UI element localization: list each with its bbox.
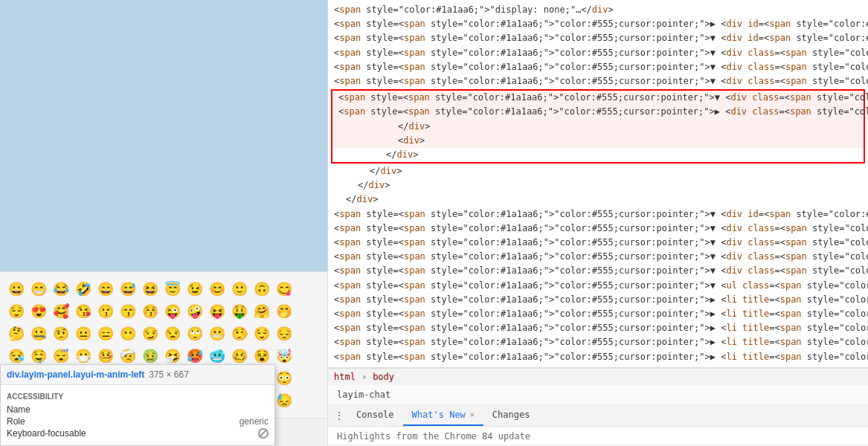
dom-line[interactable]: <span style=<span style="color:#1a1aa6;"… [328, 222, 868, 236]
emoji-cell[interactable]: 🤨 [51, 323, 71, 343]
emoji-cell[interactable]: 😄 [95, 278, 116, 299]
emoji-cell[interactable]: 🤥 [229, 323, 250, 343]
emoji-cell[interactable]: 😴 [51, 345, 71, 366]
emoji-cell[interactable]: 😔 [274, 323, 295, 343]
emoji-cell[interactable]: 🙂 [229, 278, 250, 299]
emoji-cell[interactable]: 🙃 [251, 278, 272, 299]
tab-whats-new[interactable]: What's New ✕ [403, 405, 483, 426]
emoji-cell[interactable]: 🥴 [229, 345, 250, 366]
dom-line[interactable]: <span style=<span style="color:#1a1aa6;"… [328, 236, 868, 250]
emoji-cell[interactable]: 😌 [251, 323, 272, 343]
tab-menu-icon[interactable]: ⋮ [331, 407, 347, 424]
emoji-cell[interactable]: 🙄 [184, 323, 205, 343]
emoji-cell[interactable]: 😙 [118, 300, 138, 321]
element-info-box: div.layim-panel.layui-m-anim-left 375 × … [0, 364, 275, 446]
emoji-cell[interactable]: 😳 [274, 367, 295, 388]
emoji-cell[interactable]: 😒 [162, 323, 183, 343]
dom-line[interactable]: <span style=<span style="color:#1a1aa6;"… [328, 264, 868, 278]
html-breadcrumb[interactable]: html [334, 372, 356, 382]
emoji-cell[interactable]: 😅 [118, 278, 138, 299]
emoji-cell[interactable]: 🤗 [251, 300, 272, 321]
emoji-cell[interactable]: 🤒 [95, 345, 116, 366]
emoji-cell[interactable]: 🤢 [140, 345, 161, 366]
dom-line[interactable]: <span style=<span style="color:#1a1aa6;"… [332, 91, 864, 105]
emoji-cell[interactable]: 🥶 [207, 345, 228, 366]
emoji-cell[interactable]: 🤯 [274, 345, 295, 366]
dom-line[interactable]: <span style=<span style="color:#1a1aa6;"… [328, 60, 868, 74]
emoji-cell[interactable]: 😀 [6, 278, 27, 299]
dom-line[interactable]: </div> [332, 148, 864, 162]
body-breadcrumb[interactable]: body [373, 372, 394, 382]
emoji-cell[interactable]: 😪 [6, 345, 27, 366]
emoji-cell[interactable]: 😜 [162, 300, 183, 321]
dom-line[interactable]: <span style=<span style="color:#1a1aa6;"… [328, 307, 868, 321]
emoji-cell[interactable]: 😝 [207, 300, 228, 321]
dom-line-text: <span style=<span style="color:#1a1aa6;"… [334, 350, 868, 364]
element-info-header: div.layim-panel.layui-m-anim-left 375 × … [1, 365, 274, 385]
dom-line[interactable]: </div> [328, 178, 868, 193]
emoji-cell[interactable]: 😑 [95, 323, 116, 343]
dom-line[interactable]: <span style=<span style="color:#1a1aa6;"… [328, 321, 868, 335]
emoji-cell[interactable]: 🤐 [28, 323, 49, 343]
dom-line[interactable]: </div> [328, 193, 868, 207]
emoji-cell[interactable]: 🤧 [162, 345, 183, 366]
dom-line[interactable]: <span style=<span style="color:#1a1aa6;"… [328, 31, 868, 45]
dom-line[interactable]: <span style=<span style="color:#1a1aa6;"… [328, 17, 868, 31]
emoji-cell[interactable]: 😆 [140, 278, 161, 299]
dom-line[interactable]: <span style=<span style="color:#1a1aa6;"… [328, 350, 868, 364]
dom-line-text: </div> [370, 164, 402, 178]
dom-line-text: <span style=<span style="color:#1a1aa6;"… [334, 293, 868, 307]
emoji-cell[interactable]: 🤕 [118, 345, 138, 366]
emoji-cell[interactable]: 😏 [140, 323, 161, 343]
dom-line[interactable]: </div> [332, 120, 864, 134]
dom-line[interactable]: <span style=<span style="color:#1a1aa6;"… [328, 250, 868, 264]
tab-changes[interactable]: Changes [483, 405, 539, 426]
tab-console[interactable]: Console [347, 405, 403, 426]
emoji-cell[interactable]: 🤔 [6, 323, 27, 343]
dom-line[interactable]: <span style=<span style="color:#1a1aa6;"… [328, 207, 868, 222]
emoji-cell[interactable]: 🤑 [229, 300, 250, 321]
emoji-cell[interactable]: 😗 [95, 300, 116, 321]
dom-line[interactable]: <span style="color:#1a1aa6;">"display: n… [328, 3, 868, 17]
emoji-cell[interactable]: 😍 [28, 300, 49, 321]
element-info-body: ACCESSIBILITY Name Role generic Keyboard… [1, 385, 274, 445]
emoji-cell[interactable]: 🤭 [274, 300, 295, 321]
dom-line-text: <span style=<span style="color:#1a1aa6;"… [334, 222, 868, 236]
emoji-cell[interactable]: 😇 [162, 278, 183, 299]
dom-line-text: <span style=<span style="color:#1a1aa6;"… [334, 17, 868, 31]
emoji-cell[interactable]: 😶 [118, 323, 138, 343]
dom-line-text: </div> [386, 148, 418, 162]
dom-line[interactable]: </div> [328, 164, 868, 178]
emoji-cell[interactable]: 🤤 [28, 345, 49, 366]
emoji-cell[interactable]: 🤪 [184, 300, 205, 321]
emoji-cell[interactable]: 😌 [6, 300, 27, 321]
dom-line[interactable]: <span style=<span style="color:#1a1aa6;"… [328, 46, 868, 60]
dom-line[interactable]: <span style=<span style="color:#1a1aa6;"… [328, 279, 868, 293]
dom-line[interactable]: <div> [332, 134, 864, 148]
emoji-cell[interactable]: 😷 [73, 345, 94, 366]
emoji-cell[interactable]: 😬 [207, 323, 228, 343]
emoji-cell[interactable]: 🥵 [184, 345, 205, 366]
footer-separator: › [361, 372, 367, 382]
role-label: Role [7, 416, 25, 427]
emoji-cell[interactable]: 😂 [51, 278, 71, 299]
emoji-cell[interactable]: 😋 [274, 278, 295, 299]
emoji-cell[interactable]: 😘 [73, 300, 94, 321]
emoji-cell[interactable]: 😁 [28, 278, 49, 299]
emoji-cell[interactable]: 😉 [184, 278, 205, 299]
dom-line-text: </div> [358, 178, 390, 193]
emoji-cell[interactable]: 😵 [251, 345, 272, 366]
dom-line-text: <span style=<span style="color:#1a1aa6;"… [338, 91, 868, 105]
dom-line[interactable]: <span style=<span style="color:#1a1aa6;"… [328, 293, 868, 307]
emoji-cell[interactable]: 😊 [207, 278, 228, 299]
dom-line[interactable]: <span style=<span style="color:#1a1aa6;"… [328, 335, 868, 349]
emoji-cell[interactable]: 😓 [274, 390, 295, 410]
emoji-cell[interactable]: 😚 [140, 300, 161, 321]
dom-line[interactable]: <span style=<span style="color:#1a1aa6;"… [332, 105, 864, 119]
tab-close-icon[interactable]: ✕ [470, 410, 475, 418]
dom-line[interactable]: <span style=<span style="color:#1a1aa6;"… [328, 74, 868, 88]
emoji-cell[interactable]: 🥰 [51, 300, 71, 321]
emoji-cell[interactable]: 😐 [73, 323, 94, 343]
emoji-cell[interactable]: 🤣 [73, 278, 94, 299]
dom-line-text: <span style=<span style="color:#1a1aa6;"… [334, 264, 868, 278]
